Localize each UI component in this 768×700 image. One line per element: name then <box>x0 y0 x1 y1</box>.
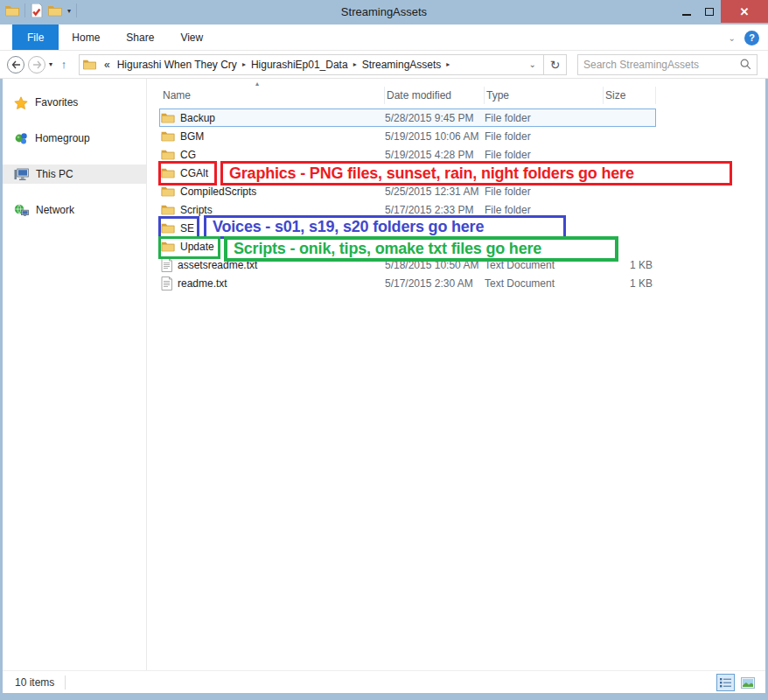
breadcrumb-arrow-icon[interactable]: ▸ <box>241 60 248 68</box>
file-row[interactable]: readme.txt 5/17/2015 2:30 AM Text Docume… <box>159 274 656 292</box>
column-header-size[interactable]: Size <box>604 87 656 104</box>
sidebar-item-label: Homegroup <box>35 132 90 144</box>
text-file-icon <box>161 258 172 272</box>
breadcrumb-segment-3[interactable]: StreamingAssets <box>359 59 445 71</box>
window-title: StreamingAssets <box>0 0 768 24</box>
sidebar-item-network[interactable]: Network <box>3 200 146 220</box>
maximize-icon <box>705 8 714 16</box>
sidebar-item-favorites[interactable]: Favorites <box>3 93 146 112</box>
file-row[interactable]: Backup 5/28/2015 9:45 PM File folder <box>159 108 656 127</box>
column-header-name[interactable]: Name <box>159 87 385 104</box>
folder-icon <box>161 130 175 142</box>
tab-share[interactable]: Share <box>113 24 167 50</box>
folder-icon <box>161 204 175 215</box>
annotation-blue-text: Voices - s01, s19, s20 folders go here <box>204 215 566 239</box>
status-separator <box>65 676 66 690</box>
breadcrumb-arrow-icon[interactable]: ▸ <box>352 60 359 68</box>
annotation-red-text: Graphics - PNG files, sunset, rain, nigh… <box>220 161 732 186</box>
tab-view[interactable]: View <box>167 24 216 50</box>
breadcrumb-prefix: « <box>101 59 114 71</box>
folder-icon <box>161 149 175 160</box>
expand-ribbon-chevron-icon[interactable]: ⌄ <box>729 33 736 43</box>
status-bar: 10 items <box>3 670 765 693</box>
search-icon[interactable] <box>740 59 751 70</box>
network-icon <box>14 204 29 217</box>
tab-home[interactable]: Home <box>59 24 113 50</box>
search-box <box>577 54 758 75</box>
file-row[interactable]: BGM 5/19/2015 10:06 AM File folder <box>159 127 656 145</box>
recent-locations-dropdown-icon[interactable]: ▾ <box>49 60 52 68</box>
folder-icon <box>161 186 175 197</box>
close-button[interactable]: ✕ <box>721 0 768 23</box>
up-button[interactable]: ↑ <box>56 58 72 71</box>
sidebar-item-label: Network <box>36 204 74 216</box>
breadcrumb-arrow-icon[interactable]: ▸ <box>444 60 451 68</box>
help-icon[interactable]: ? <box>744 31 759 46</box>
ribbon-tab-bar: File Home Share View ⌄ ? <box>0 24 768 51</box>
address-bar: ▾ ↑ « Higurashi When They Cry ▸ Higurash… <box>0 51 768 79</box>
address-box[interactable]: « Higurashi When They Cry ▸ HigurashiEp0… <box>79 54 567 75</box>
back-button[interactable] <box>7 56 24 74</box>
homegroup-icon <box>14 131 28 145</box>
refresh-icon[interactable]: ↻ <box>543 55 566 74</box>
address-dropdown-chevron-icon[interactable]: ⌄ <box>522 60 543 69</box>
minimize-button[interactable] <box>675 1 698 22</box>
annotation-green-text: Scripts - onik, tips, omake txt files go… <box>224 236 618 262</box>
maximize-button[interactable] <box>698 1 721 22</box>
annotation-red-target-box <box>158 161 217 186</box>
column-header-type[interactable]: Type <box>485 87 604 104</box>
star-icon <box>14 96 28 109</box>
minimize-icon <box>682 14 691 16</box>
window-bottom-border <box>0 693 768 700</box>
tab-file[interactable]: File <box>12 24 59 50</box>
forward-button[interactable] <box>28 56 45 74</box>
search-input[interactable] <box>583 59 740 71</box>
text-file-icon <box>161 276 172 290</box>
file-rows: Backup 5/28/2015 9:45 PM File folder BGM… <box>159 108 765 292</box>
window-controls: ✕ <box>675 0 768 23</box>
address-folder-icon <box>83 59 96 70</box>
column-header-date-modified[interactable]: Date modified <box>385 87 485 104</box>
breadcrumb-segment-1[interactable]: Higurashi When They Cry <box>114 59 241 71</box>
breadcrumb-segment-2[interactable]: HigurashiEp01_Data <box>248 59 352 71</box>
annotation-green-target-box <box>158 236 220 259</box>
column-headers: ▴ Name Date modified Type Size <box>159 84 765 107</box>
sidebar-item-label: Favorites <box>35 96 78 108</box>
thumbnails-view-button[interactable] <box>738 674 757 691</box>
sort-ascending-icon: ▴ <box>255 80 259 88</box>
computer-icon <box>14 168 29 181</box>
sidebar-item-homegroup[interactable]: Homegroup <box>3 129 146 148</box>
details-view-button[interactable] <box>716 674 735 691</box>
item-count: 10 items <box>3 676 54 689</box>
title-bar: ▾ StreamingAssets ✕ <box>0 0 768 24</box>
sidebar-item-this-pc[interactable]: This PC <box>3 164 146 184</box>
explorer-window: ▾ StreamingAssets ✕ File Home Share View… <box>0 0 768 700</box>
folder-icon <box>161 112 175 123</box>
navigation-pane: Favorites Homegroup This PC Network <box>3 79 147 670</box>
sidebar-item-label: This PC <box>36 168 73 180</box>
